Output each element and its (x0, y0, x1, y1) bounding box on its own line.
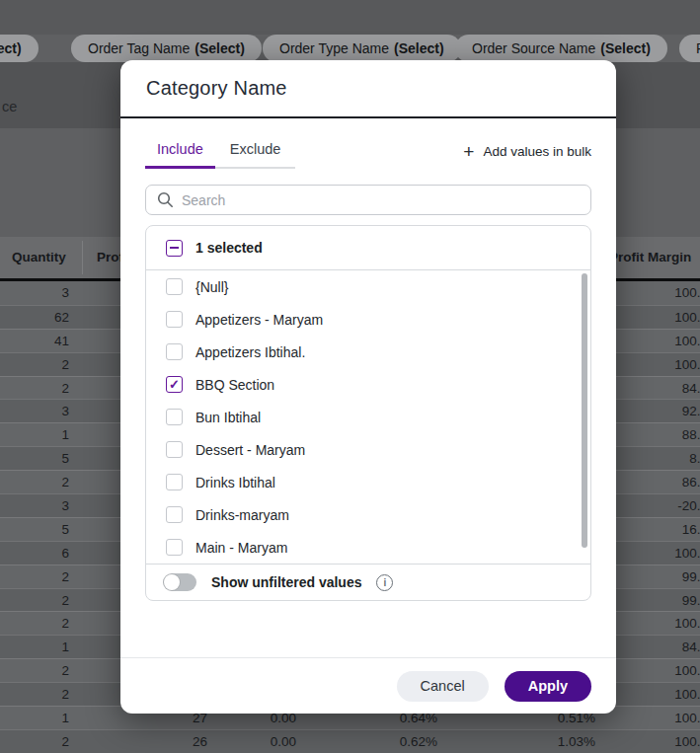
cell-profit-margin: 100.0 (639, 616, 700, 631)
cell-profit-margin: 100.0 (639, 357, 700, 372)
show-unfiltered-toggle[interactable] (163, 573, 196, 591)
filter-chip-name: Order Source Name (472, 40, 595, 56)
filter-chip[interactable]: Order Source Name (Select) (455, 35, 667, 62)
cell-profit-margin: 86.4 (639, 475, 700, 489)
category-list-item[interactable]: Main - Maryam (146, 531, 590, 564)
cell-profit-margin: 100.0 (639, 711, 700, 725)
cell-profit: 26 (128, 734, 207, 749)
dialog-footer: Cancel Apply (120, 657, 616, 714)
cell-profit-margin: 92.8 (639, 404, 700, 418)
cell-profit-margin: 100.0 (639, 310, 700, 325)
value-list-box: 1 selected {Null} Appetizers - Maryam Ap… (145, 225, 591, 601)
cell-profit-margin: 84.0 (639, 381, 700, 396)
category-label: BBQ Section (195, 377, 274, 393)
cell-profit-margin: 99.2 (639, 569, 700, 584)
filter-chip-select-suffix: (Select) (0, 40, 22, 56)
include-exclude-tabs: Include Exclude (145, 141, 295, 169)
category-checkbox[interactable] (166, 376, 183, 393)
cell-quantity: 1 (0, 640, 69, 654)
cell-quantity: 2 (0, 687, 69, 702)
add-values-in-bulk-label: Add values in bulk (483, 144, 591, 159)
category-list-item[interactable]: BBQ Section (146, 368, 590, 401)
select-all-checkbox[interactable] (166, 240, 183, 257)
filter-chip-select-suffix: (Select) (394, 40, 444, 56)
filter-chip[interactable]: Pro (679, 35, 700, 62)
cell-quantity: 62 (0, 310, 69, 325)
column-header-quantity: Quantity (12, 250, 66, 264)
category-label: Appetizers - Maryam (195, 312, 323, 328)
cell-quantity: 3 (0, 404, 69, 418)
category-label: Appetizers Ibtihal. (195, 344, 305, 360)
category-list-item[interactable]: Dessert - Maryam (146, 433, 590, 466)
add-values-in-bulk-button[interactable]: + Add values in bulk (463, 144, 591, 169)
search-input[interactable] (145, 185, 591, 215)
cell-profit-margin: 100.0 (639, 687, 700, 702)
category-checkbox[interactable] (166, 539, 183, 556)
category-checkbox[interactable] (166, 441, 183, 458)
category-list-item[interactable]: Drinks Ibtihal (146, 466, 590, 498)
table-row: 2 26 0.00 0.62% 1.03% 100.0 (0, 729, 700, 753)
category-label: Drinks-maryam (195, 507, 289, 523)
dialog-header: Category Name (120, 60, 616, 118)
category-label: Drinks Ibtihal (195, 475, 275, 490)
cell-quantity: 2 (0, 734, 69, 749)
cell-profit-margin: 100.0 (639, 734, 700, 749)
category-label: {Null} (195, 279, 228, 295)
filter-chip-name: Order Tag Name (88, 40, 190, 56)
filter-chip-select-suffix: (Select) (600, 40, 651, 56)
cell-profit-margin: -20.0 (639, 498, 700, 513)
show-unfiltered-label: Show unfiltered values (211, 574, 361, 590)
cell-profit-margin: 84.0 (639, 640, 700, 654)
category-filter-dialog: Category Name Include Exclude + Add valu… (120, 60, 616, 714)
category-checkbox[interactable] (166, 409, 183, 425)
filter-chip-row: (Select) Order Tag Name (Select) Order T… (0, 35, 700, 62)
tab-exclude[interactable]: Exclude (215, 141, 296, 169)
cell-profit-margin: 99.5 (639, 593, 700, 608)
category-checkbox[interactable] (166, 311, 183, 328)
category-checkbox[interactable] (166, 506, 183, 523)
filter-chip[interactable]: (Select) (0, 35, 39, 62)
info-icon[interactable]: i (376, 574, 393, 591)
cell-profit-margin: 100.0 (639, 285, 700, 300)
cell-quantity: 3 (0, 498, 69, 513)
filter-chip-select-suffix: (Select) (194, 40, 245, 56)
category-checkbox[interactable] (166, 474, 183, 490)
list-scrollbar[interactable] (582, 273, 587, 548)
cell-quantity: 2 (0, 616, 69, 631)
category-label: Bun Ibtihal (195, 410, 261, 425)
category-list-item[interactable]: Drinks-maryam (146, 498, 590, 531)
category-list-item[interactable]: Appetizers Ibtihal. (146, 336, 590, 368)
selected-count-label: 1 selected (195, 240, 263, 256)
cell-quantity: 2 (0, 357, 69, 372)
cell-profit-margin: 100.0 (639, 546, 700, 561)
cell-profit-margin: 16.7 (639, 522, 700, 537)
category-list-item[interactable]: {Null} (146, 270, 590, 303)
column-divider (82, 241, 83, 274)
clipped-text-fragment: ce (2, 99, 17, 114)
cell-quantity: 2 (0, 475, 69, 489)
category-checkbox[interactable] (166, 278, 183, 295)
cell-quantity: 5 (0, 451, 69, 466)
selected-summary-row: 1 selected (146, 226, 590, 270)
tab-include[interactable]: Include (145, 141, 215, 169)
dialog-title: Category Name (146, 77, 287, 100)
cell-quantity: 2 (0, 593, 69, 608)
cell-quantity: 1 (0, 711, 69, 725)
screen: (Select) Order Tag Name (Select) Order T… (0, 0, 700, 753)
category-list-item[interactable]: Appetizers - Maryam (146, 303, 590, 336)
cell-quantity: 2 (0, 381, 69, 396)
cell-profit-margin: 8.0 (639, 451, 700, 466)
cell-profit-margin: 100.0 (639, 334, 700, 348)
cell-quantity: 1 (0, 427, 69, 442)
cell-quantity: 6 (0, 546, 69, 561)
value-list: {Null} Appetizers - Maryam Appetizers Ib… (146, 270, 590, 564)
filter-chip[interactable]: Order Type Name (Select) (263, 35, 461, 62)
apply-button[interactable]: Apply (505, 671, 591, 702)
filter-chip-name: Order Type Name (279, 40, 389, 56)
filter-chip[interactable]: Order Tag Name (Select) (71, 35, 262, 62)
category-label: Dessert - Maryam (195, 442, 305, 458)
cell-percent-a: 0.62% (349, 734, 437, 749)
category-checkbox[interactable] (166, 343, 183, 360)
category-list-item[interactable]: Bun Ibtihal (146, 401, 590, 433)
cancel-button[interactable]: Cancel (397, 671, 489, 702)
